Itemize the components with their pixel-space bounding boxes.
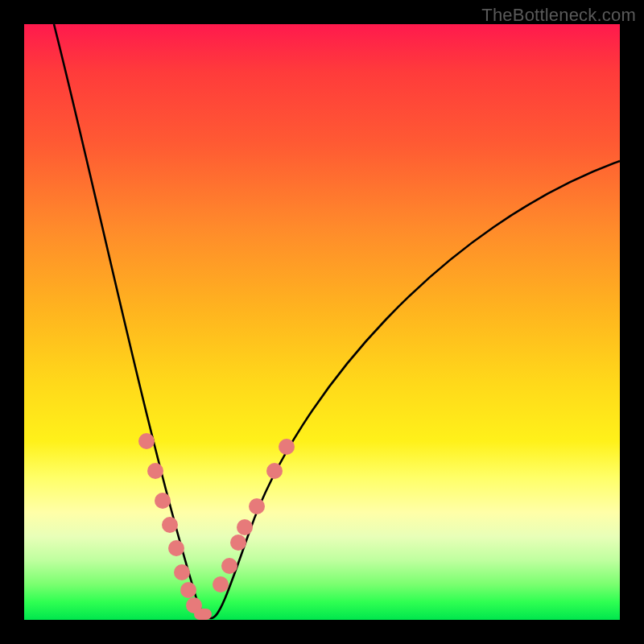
svg-point-5	[174, 564, 190, 580]
curve-layer	[24, 24, 620, 620]
svg-point-3	[162, 517, 178, 533]
svg-point-1	[147, 463, 163, 479]
svg-point-12	[237, 519, 253, 535]
svg-point-0	[138, 433, 155, 449]
svg-point-2	[155, 493, 171, 509]
svg-point-15	[279, 439, 295, 455]
bead-cluster	[138, 433, 295, 620]
svg-point-6	[180, 582, 196, 598]
chart-frame: TheBottleneck.com	[0, 0, 644, 644]
plot-area	[24, 24, 620, 620]
svg-rect-8	[194, 609, 212, 620]
watermark-text: TheBottleneck.com	[481, 5, 636, 26]
svg-point-10	[221, 558, 237, 574]
svg-point-11	[230, 535, 246, 551]
svg-point-4	[168, 540, 184, 556]
v-curve	[54, 24, 620, 618]
svg-point-9	[213, 576, 229, 592]
svg-point-14	[266, 463, 283, 479]
svg-point-13	[249, 498, 265, 514]
